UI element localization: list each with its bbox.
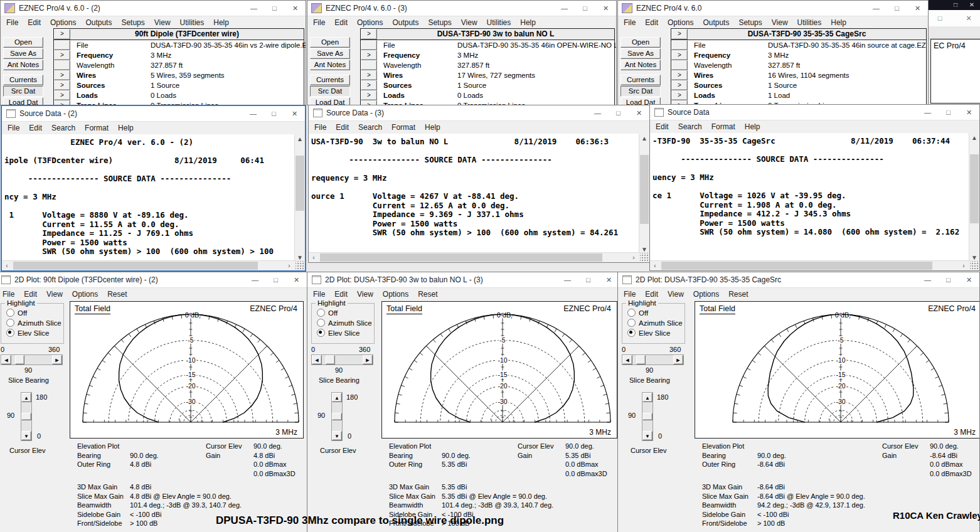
menu-item-edit[interactable]: Edit [29,124,42,132]
menu-item-format[interactable]: Format [85,124,109,132]
close-icon[interactable]: ✕ [962,11,975,26]
horizontal-scrollbar[interactable]: ‹› [309,252,640,262]
menu-item-setups[interactable]: Setups [121,18,144,27]
minimize-icon[interactable]: — [554,1,575,16]
menu-item-reset[interactable]: Reset [728,290,748,299]
expand-arrow-icon[interactable]: > [54,29,70,40]
scroll-left-icon[interactable]: ‹ [309,254,319,261]
menu-item-format[interactable]: Format [391,123,415,132]
menu-item-file[interactable]: File [313,290,325,299]
horizontal-scrollbar[interactable]: ‹› [2,260,296,270]
src-dat-button[interactable]: Src Dat [310,86,350,97]
menu-item-options[interactable]: Options [668,18,693,27]
expand-arrow-icon[interactable]: > [671,29,688,40]
menu-item-file[interactable]: File [313,18,325,27]
maximize-icon[interactable]: □ [608,105,629,120]
menu-item-edit[interactable]: Edit [334,18,348,27]
menu-item-outputs[interactable]: Outputs [703,18,729,27]
menu-item-reset[interactable]: Reset [418,290,437,299]
minimize-icon[interactable]: — [245,272,265,287]
cursor-elev-spinner[interactable]: ▲▼ [21,392,32,441]
menu-item-options[interactable]: Options [72,290,98,299]
radio-icon[interactable] [317,329,325,337]
slice-bearing-slider[interactable]: ◄► [311,354,373,365]
menu-item-edit[interactable]: Edit [336,123,349,132]
menu-item-edit[interactable]: Edit [24,290,37,299]
menu-item-view[interactable]: View [668,290,684,299]
ant-notes-button[interactable]: Ant Notes [620,60,661,70]
expand-arrow-icon[interactable]: > [671,90,688,100]
close-icon[interactable]: ✕ [907,1,928,16]
menu-item-edit[interactable]: Edit [645,290,658,299]
radio-icon[interactable] [6,329,14,337]
save-as-button[interactable]: Save As [620,48,661,59]
open-button[interactable]: Open [620,37,661,48]
scroll-left-icon[interactable]: ‹ [650,262,660,269]
scrollbar-thumb[interactable] [320,253,602,262]
menu-item-file[interactable]: File [8,124,19,132]
minimize-icon[interactable]: — [866,1,887,16]
slider-right-icon[interactable]: ► [673,355,683,364]
maximize-icon[interactable]: □ [578,272,599,287]
expand-arrow-icon[interactable]: > [361,90,377,100]
slider-thumb[interactable] [15,355,24,364]
minimize-icon[interactable]: — [917,105,938,120]
slider-thumb[interactable] [636,355,646,364]
expand-arrow-icon[interactable]: > [361,80,377,90]
menu-item-format[interactable]: Format [711,122,735,131]
src-dat-button[interactable]: Src Dat [620,86,661,97]
horizontal-scrollbar[interactable]: ‹› [650,260,970,270]
close-icon[interactable]: ✕ [285,1,306,16]
menu-item-view[interactable]: View [154,18,171,27]
expand-arrow-icon[interactable]: > [671,80,688,90]
ant-notes-button[interactable]: Ant Notes [3,60,43,70]
maximize-icon[interactable]: □ [938,105,959,120]
vertical-scrollbar[interactable]: ▲▼ [294,134,305,261]
spinner-thumb[interactable] [332,413,342,420]
close-icon[interactable]: ✕ [284,106,305,121]
maximize-icon[interactable]: □ [264,1,285,16]
expand-arrow-icon[interactable]: > [671,50,688,60]
menu-item-help[interactable]: Help [118,124,134,132]
radio-icon[interactable] [627,309,636,317]
resize-grip[interactable] [296,261,305,270]
close-icon[interactable]: ✕ [599,272,619,287]
radio-option-elev-slice[interactable]: Elev Slice [317,329,360,337]
menu-item-help[interactable]: Help [745,122,760,131]
radio-option-elev-slice[interactable]: Elev Slice [627,329,671,337]
maximize-icon[interactable]: □ [934,11,946,26]
scrollbar-thumb[interactable] [661,262,932,270]
scroll-right-icon[interactable]: › [959,262,969,269]
expand-arrow-icon[interactable]: > [671,70,688,80]
spinner-thumb[interactable] [642,413,652,420]
radio-option-off[interactable]: Off [627,309,648,317]
scroll-right-icon[interactable]: › [629,254,639,261]
expand-arrow-icon[interactable]: > [361,50,377,60]
radio-option-off[interactable]: Off [317,309,338,317]
close-icon[interactable]: ✕ [629,105,649,120]
radio-option-azimuth-slice[interactable]: Azimuth Slice [6,319,61,327]
close-icon[interactable]: ✕ [595,1,616,16]
currents-button[interactable]: Currents [310,75,350,85]
scroll-down-icon[interactable]: ▼ [639,246,649,253]
menu-item-file[interactable]: File [624,18,636,27]
slider-right-icon[interactable]: ► [363,355,373,364]
radio-icon[interactable] [317,309,325,317]
scrollbar-thumb[interactable] [13,262,258,270]
scroll-up-icon[interactable]: ▲ [639,134,649,144]
menu-item-utilities[interactable]: Utilities [797,18,822,27]
menu-item-help[interactable]: Help [520,18,536,27]
scroll-down-icon[interactable]: ▼ [969,254,979,261]
scrollbar-thumb[interactable] [296,156,304,211]
menu-item-help[interactable]: Help [425,123,440,132]
menu-item-options[interactable]: Options [50,18,76,27]
maximize-icon[interactable]: □ [938,272,959,287]
currents-button[interactable]: Currents [620,75,661,85]
menu-item-help[interactable]: Help [831,18,846,27]
minimize-icon[interactable]: — [917,272,938,287]
scrollbar-thumb[interactable] [640,155,649,224]
radio-option-elev-slice[interactable]: Elev Slice [6,329,50,337]
spinner-down-icon[interactable]: ▼ [642,431,652,440]
menu-item-edit[interactable]: Edit [656,122,669,131]
menu-item-help[interactable]: Help [213,18,229,27]
